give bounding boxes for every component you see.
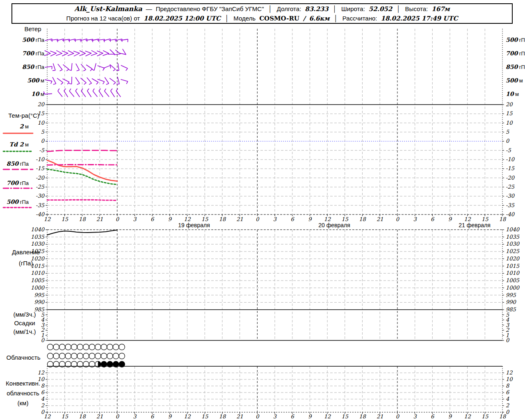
wind-level-label-right: 500 м	[506, 77, 523, 84]
time-label-bottom: 6	[431, 413, 435, 420]
pressure-tick-right: 1025	[506, 248, 520, 254]
wind-barb	[103, 51, 109, 56]
temp-tick-left: -10	[36, 156, 45, 162]
cloud-circle	[59, 344, 65, 350]
time-label-bottom: 21	[96, 413, 103, 420]
temp-tick-left: -25	[36, 184, 45, 190]
wind-title: Ветер	[24, 25, 41, 32]
cloud-circle	[77, 344, 83, 350]
wind-level-label-right: 10 м	[506, 91, 519, 97]
pressure-title: (гПа)	[19, 260, 33, 267]
wind-barb	[45, 51, 50, 56]
conv-tick-left: 2	[41, 402, 45, 409]
cloud-circle	[53, 344, 59, 350]
wind-level-label-left: 500 гПа	[22, 37, 45, 43]
conv-tick-left: 6	[41, 389, 45, 395]
cloud-circle	[113, 353, 119, 359]
cloud-circle	[101, 344, 107, 350]
cloud-circle	[119, 344, 125, 350]
pressure-tick-left: 1040	[31, 226, 45, 233]
wind-level-label-left: 700 гПа	[22, 50, 45, 57]
cloud-panel: Облачность	[7, 344, 125, 367]
wind-barb	[62, 51, 68, 56]
cloud-circle	[89, 344, 95, 350]
date-label: 21 февраля	[459, 222, 491, 228]
legend-label: 500 гПа	[7, 199, 29, 205]
time-label: 15	[341, 216, 348, 222]
conv-tick-right: 8	[506, 383, 510, 389]
pressure-tick-right: 995	[506, 292, 516, 298]
time-label: 18	[359, 216, 366, 222]
pressure-tick-left: 1030	[31, 241, 45, 247]
time-label: 0	[256, 216, 260, 222]
temp-tick-right: 0	[506, 138, 510, 144]
conv-tick-right: 10	[506, 376, 513, 382]
pressure-tick-right: 1035	[506, 234, 520, 240]
time-axis-middle: 1215182103691215182103691215182103691215…	[44, 215, 507, 228]
time-label-bottom: 18	[359, 413, 366, 420]
pressure-tick-right: 1000	[506, 285, 520, 291]
cloud-title: Облачность	[7, 354, 41, 361]
temp-tick-left: 5	[41, 129, 45, 135]
conv-tick-right: 0	[506, 409, 510, 415]
cloud-circle	[71, 344, 77, 350]
wind-level-label-right: 850 гПа	[506, 64, 525, 70]
time-label: 3	[273, 216, 277, 222]
time-label-bottom: 6	[151, 413, 155, 420]
wind-barb	[50, 51, 56, 56]
convective-panel: 121210108866442200Конвективн.облачность(…	[6, 366, 513, 415]
pressure-tick-right: 990	[506, 299, 517, 305]
temp-tick-left: 10	[37, 120, 45, 126]
temp-tick-right: -10	[506, 156, 515, 162]
pressure-tick-right: 1040	[506, 226, 520, 233]
time-label-bottom: 21	[377, 413, 383, 420]
time-label-bottom: 12	[464, 413, 471, 420]
pressure-tick-right: 1005	[506, 277, 520, 283]
time-label-bottom: 12	[44, 413, 51, 420]
time-label: 12	[184, 216, 191, 222]
temp-tick-right: -35	[506, 202, 515, 208]
legend-label: Td 2 м	[9, 141, 29, 148]
wind-level-label-left: 850 гПа	[22, 64, 45, 70]
cloud-circle	[47, 353, 53, 359]
precip-tick-left: 0	[41, 337, 45, 343]
conv-title: Конвективн.	[6, 380, 40, 387]
time-label: 12	[464, 216, 471, 222]
legend-label: 700 гПа	[7, 180, 29, 186]
conv-tick-left: 12	[37, 370, 44, 376]
wind-barb	[68, 51, 74, 56]
precip-panel: 554433221100(мм/3ч.)Осадки(мм/1ч.)	[13, 311, 510, 343]
pressure-tick-left: 1000	[31, 285, 45, 291]
time-axis-bottom: 1215182103691215182103691215182103691215…	[44, 412, 507, 420]
conv-tick-right: 2	[506, 402, 509, 409]
cloud-circle	[65, 353, 71, 359]
wind-barb	[80, 51, 85, 56]
cloud-circle	[53, 353, 59, 359]
conv-title: облачность	[7, 390, 39, 397]
time-label-bottom: 0	[116, 413, 120, 420]
time-label-bottom: 9	[448, 413, 452, 420]
wind-barb	[91, 50, 97, 55]
time-label: 18	[499, 216, 507, 222]
time-label: 18	[219, 216, 226, 222]
temp-series-500	[47, 200, 117, 200]
cloud-circle	[71, 353, 77, 359]
legend-label: 850 гПа	[7, 160, 29, 167]
conv-tick-right: 6	[506, 389, 510, 395]
precip-tick-right: 0	[506, 337, 510, 343]
legend-label: 2 м	[20, 123, 29, 130]
wind-barb	[108, 50, 114, 54]
conv-tick-right: 12	[506, 370, 513, 376]
temp-series-700	[47, 165, 117, 165]
wind-level-label-right: 700 гПа	[506, 50, 525, 57]
time-label: 15	[201, 216, 208, 222]
cloud-circle	[65, 344, 71, 350]
temp-tick-right: 10	[506, 120, 513, 126]
time-label: 15	[61, 216, 68, 222]
time-label: 21	[96, 216, 103, 222]
wind-level-label-left: 10 м	[31, 91, 44, 97]
time-label-bottom: 15	[341, 413, 348, 420]
pressure-panel: 1040104010351035103010301025102510201020…	[12, 226, 520, 313]
time-label: 21	[377, 216, 383, 222]
cloud-circle	[77, 353, 83, 359]
